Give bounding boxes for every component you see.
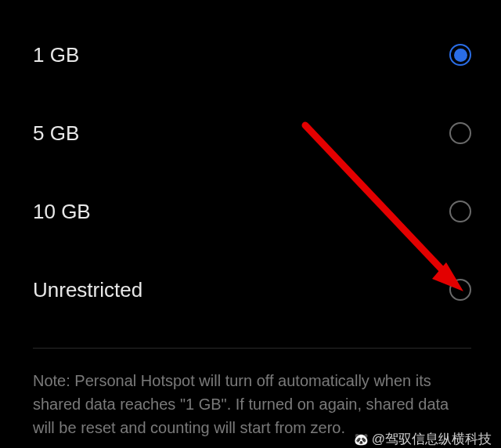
option-10gb[interactable]: 10 GB: [0, 172, 501, 251]
option-label: 1 GB: [33, 43, 79, 67]
attribution-icon: 🐼: [354, 432, 369, 446]
attribution-watermark: 🐼 @驾驭信息纵横科技: [354, 430, 492, 448]
option-label: 10 GB: [33, 200, 91, 224]
radio-icon[interactable]: [449, 122, 471, 144]
radio-icon[interactable]: [449, 44, 471, 66]
option-label: Unrestricted: [33, 278, 142, 302]
radio-inner-dot: [454, 49, 467, 62]
note-text: Note: Personal Hotspot will turn off aut…: [0, 349, 501, 439]
radio-icon[interactable]: [449, 201, 471, 222]
option-5gb[interactable]: 5 GB: [0, 94, 501, 172]
attribution-text: @驾驭信息纵横科技: [372, 430, 492, 448]
option-1gb[interactable]: 1 GB: [0, 16, 501, 94]
data-limit-options-list: 1 GB5 GB10 GBUnrestricted: [0, 0, 501, 329]
option-unrestricted[interactable]: Unrestricted: [0, 251, 501, 329]
option-label: 5 GB: [33, 121, 79, 146]
radio-icon[interactable]: [449, 279, 471, 301]
